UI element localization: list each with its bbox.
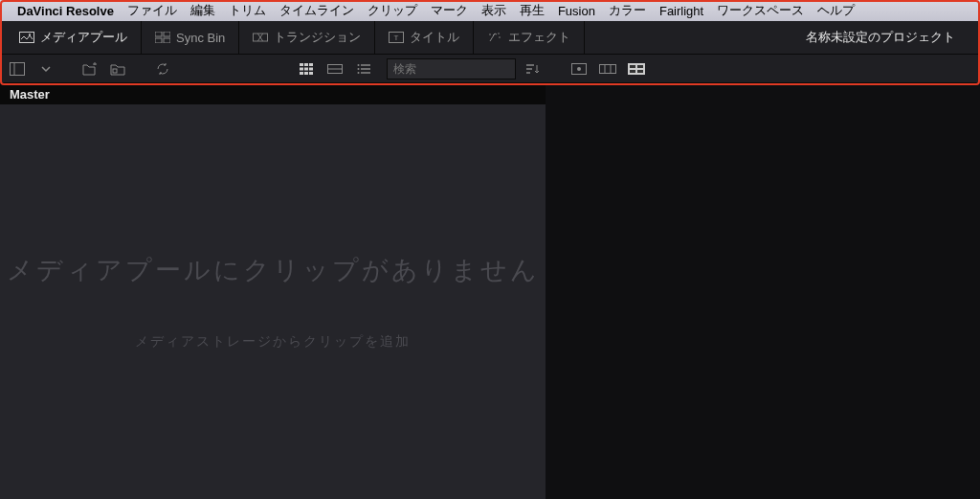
- svg-rect-22: [304, 72, 308, 75]
- view-option-b-icon[interactable]: [596, 58, 619, 79]
- media-pool-toolbar: [0, 55, 980, 83]
- svg-rect-42: [637, 65, 643, 68]
- svg-rect-17: [309, 63, 313, 66]
- tab-media-pool[interactable]: メディアプール: [6, 21, 142, 54]
- svg-rect-2: [155, 32, 162, 36]
- svg-text:T: T: [394, 34, 399, 42]
- media-pool-panel: Master メディアプールにクリップがありません メディアストレージからクリッ…: [0, 83, 546, 499]
- view-option-c-icon[interactable]: [625, 58, 648, 79]
- menu-mark[interactable]: マーク: [431, 2, 468, 19]
- menu-fairlight[interactable]: Fairlight: [659, 4, 703, 18]
- svg-rect-20: [309, 67, 313, 70]
- menu-fusion[interactable]: Fusion: [558, 4, 595, 18]
- svg-rect-5: [164, 38, 170, 43]
- tab-transitions[interactable]: トランジション: [239, 21, 375, 54]
- app-menu[interactable]: DaVinci Resolve: [17, 4, 114, 18]
- refresh-icon[interactable]: [151, 58, 174, 79]
- menu-trim[interactable]: トリム: [229, 2, 266, 19]
- macos-menubar: DaVinci Resolve ファイル 編集 トリム タイムライン クリップ …: [0, 0, 980, 21]
- tab-titles[interactable]: T タイトル: [375, 21, 474, 54]
- svg-rect-16: [304, 63, 308, 66]
- tab-sync-bin[interactable]: Sync Bin: [142, 21, 239, 54]
- content-area: Master メディアプールにクリップがありません メディアストレージからクリッ…: [0, 83, 980, 499]
- bin-list-toggle-icon[interactable]: [6, 58, 29, 79]
- tab-effects[interactable]: エフェクト: [474, 21, 585, 54]
- menu-playback[interactable]: 再生: [520, 2, 545, 19]
- viewer-panel: [546, 83, 980, 499]
- bin-path-label[interactable]: Master: [0, 83, 546, 104]
- menu-help[interactable]: ヘルプ: [817, 2, 855, 19]
- svg-point-36: [577, 67, 581, 71]
- import-media-icon[interactable]: [78, 58, 101, 79]
- svg-rect-40: [628, 63, 645, 75]
- menu-edit[interactable]: 編集: [190, 2, 215, 19]
- search-input[interactable]: [387, 58, 516, 79]
- svg-rect-37: [600, 64, 616, 73]
- svg-rect-14: [113, 69, 117, 73]
- svg-rect-19: [304, 67, 308, 70]
- svg-rect-18: [300, 67, 303, 70]
- menu-workspace[interactable]: ワークスペース: [717, 2, 804, 19]
- svg-point-9: [499, 33, 501, 34]
- sync-bin-icon: [155, 31, 170, 44]
- media-pool-drop-area[interactable]: メディアプールにクリップがありません メディアストレージからクリップを追加: [0, 104, 546, 499]
- menu-timeline[interactable]: タイムライン: [279, 2, 354, 19]
- strip-view-icon[interactable]: [323, 58, 346, 79]
- svg-rect-12: [11, 62, 25, 75]
- svg-rect-41: [630, 65, 635, 68]
- view-option-a-icon[interactable]: [568, 58, 590, 79]
- panel-tab-bar: メディアプール Sync Bin トランジション T タイトル エフェクト 名称…: [0, 21, 980, 55]
- title-icon: T: [389, 31, 404, 44]
- media-pool-icon: [19, 31, 34, 44]
- list-view-icon[interactable]: [352, 58, 375, 79]
- chevron-down-icon[interactable]: [34, 58, 57, 79]
- svg-rect-21: [300, 72, 303, 75]
- svg-point-11: [490, 34, 492, 35]
- svg-rect-23: [309, 72, 313, 75]
- project-name-label: 名称未設定のプロジェクト: [806, 29, 974, 46]
- tab-label: エフェクト: [508, 29, 570, 46]
- tab-label: トランジション: [274, 29, 361, 46]
- tab-label: Sync Bin: [176, 31, 225, 45]
- svg-rect-4: [155, 38, 162, 43]
- tab-label: メディアプール: [40, 29, 127, 46]
- empty-state-title: メディアプールにクリップがありません: [7, 253, 540, 287]
- menu-clip[interactable]: クリップ: [368, 2, 417, 19]
- thumbnail-view-icon[interactable]: [295, 58, 318, 79]
- transition-icon: [253, 31, 268, 44]
- sort-icon[interactable]: [522, 58, 545, 79]
- menu-view[interactable]: 表示: [481, 2, 506, 19]
- svg-point-30: [358, 72, 360, 74]
- tab-label: タイトル: [410, 29, 459, 46]
- svg-point-1: [29, 34, 31, 35]
- effect-icon: [487, 31, 502, 44]
- svg-rect-3: [164, 32, 170, 36]
- import-folder-icon[interactable]: [107, 58, 130, 79]
- svg-rect-44: [637, 70, 643, 73]
- menu-file[interactable]: ファイル: [127, 2, 177, 19]
- svg-point-26: [358, 64, 360, 66]
- menu-color[interactable]: カラー: [609, 2, 646, 19]
- empty-state-subtitle: メディアストレージからクリップを追加: [135, 333, 411, 351]
- svg-rect-43: [630, 70, 635, 73]
- svg-rect-0: [20, 33, 34, 43]
- svg-point-28: [358, 68, 360, 70]
- svg-point-10: [500, 36, 501, 38]
- svg-rect-15: [300, 63, 303, 66]
